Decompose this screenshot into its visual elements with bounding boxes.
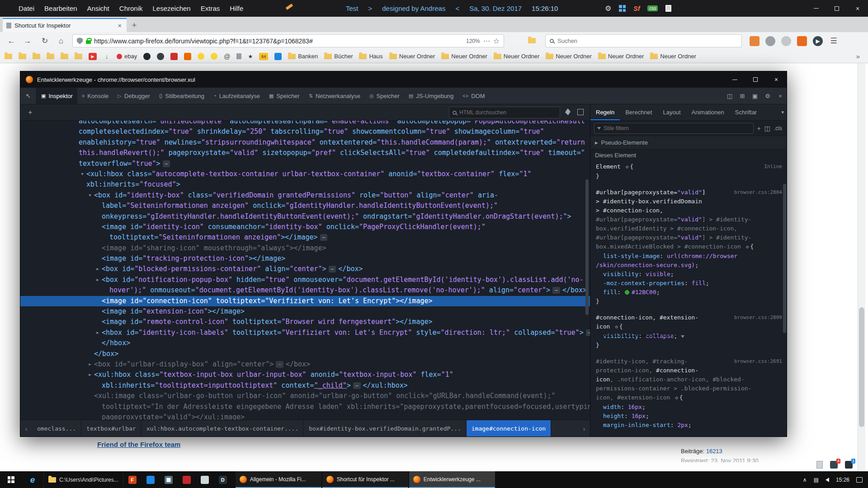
breadcrumb-item[interactable]: omeclass...	[32, 420, 81, 437]
tool-tab-dom[interactable]: <>DOM	[458, 88, 489, 104]
sidebar-tab-layout[interactable]: Layout	[657, 104, 686, 120]
markup-line[interactable]: </box>	[20, 349, 590, 359]
ellipsis-badge[interactable]: ⋯	[586, 329, 590, 336]
markup-line[interactable]: xbl:inherits="focused">	[20, 179, 590, 190]
markup-line[interactable]: <image id="connection-icon" tooltiptext=…	[20, 296, 590, 306]
youtube-icon[interactable]: ▶	[89, 53, 97, 60]
bookmark-folder[interactable]: Neuer Ordner	[494, 53, 539, 60]
markup-line[interactable]: <image id="tracking-protection-icon"></i…	[20, 253, 590, 264]
start-button[interactable]	[0, 471, 22, 488]
new-tab-button[interactable]: +	[127, 19, 142, 32]
clock-icon[interactable]	[781, 36, 791, 46]
page-scrollbar[interactable]	[858, 63, 865, 471]
star-bookmark-icon[interactable]: ★	[248, 53, 253, 60]
color-swatch[interactable]	[625, 290, 629, 295]
markup-scrollbar-thumb[interactable]	[585, 179, 589, 315]
page-doc-icon[interactable]	[816, 461, 823, 469]
ellipsis-badge[interactable]: ⋯	[276, 361, 283, 368]
dock-side-icon[interactable]: ◫	[723, 93, 736, 99]
responsive-mode-icon[interactable]: ▣	[749, 93, 761, 99]
close-button[interactable]: ×	[847, 0, 868, 17]
markup-line[interactable]: ▼<xul:hbox class="autocomplete-textbox-c…	[20, 169, 590, 179]
bookmark-folder[interactable]: Haus	[359, 53, 382, 60]
smiley-icon[interactable]	[198, 53, 204, 60]
rules-filter-input[interactable]	[604, 125, 750, 131]
sf-logo-icon[interactable]: Sf	[633, 5, 640, 12]
twisty-icon[interactable]: ▶	[94, 264, 101, 274]
devtools-settings-icon[interactable]: ⚙	[761, 93, 774, 99]
taskbar-app-gray[interactable]	[196, 471, 214, 488]
rule-line[interactable]: icon, #extension-icon ⚙{	[596, 393, 782, 403]
bookmarks-overflow-chevron[interactable]: »	[856, 52, 863, 60]
taskbar-app-calc[interactable]: ▦	[160, 471, 178, 488]
connection-secure-lock-icon[interactable]	[86, 40, 91, 44]
menu-item-chronik[interactable]: Chronik	[114, 5, 148, 12]
ellipsis-badge[interactable]: ⋯	[320, 234, 328, 241]
markup-line[interactable]: xbl:inherits="tooltiptext=inputtooltipte…	[20, 380, 590, 391]
addon-icon-1[interactable]: 4	[830, 461, 838, 469]
markup-line[interactable]: <image id="identity-icon" consumeanchor=…	[20, 222, 590, 232]
notification-center-icon[interactable]	[856, 477, 863, 483]
speaker-icon[interactable]	[826, 478, 829, 482]
breadcrumb-item[interactable]: xul:hbox.autocomplete-textbox-container.…	[142, 420, 304, 437]
rule-gear-icon[interactable]: ⚙	[615, 324, 618, 330]
rule-line[interactable]: Element ⚙{Inline	[596, 162, 782, 172]
dark-circle-icon[interactable]	[157, 53, 164, 60]
rule-line[interactable]: icon, .notification-anchor-icon, #blocke…	[596, 375, 782, 384]
markup-line[interactable]: <image id="sharing-icon" mousethrough="a…	[20, 243, 590, 253]
markup-line[interactable]: enablehistory="true" newlines="stripsurr…	[20, 137, 590, 148]
menu-item-lesezeichen[interactable]: Lesezeichen	[147, 5, 195, 12]
rule-line[interactable]: permissions-container > .blocked-permiss…	[596, 384, 782, 393]
url-text[interactable]: https://www.camp-firefox.de/forum/viewto…	[94, 38, 463, 45]
taskbar-app-blue[interactable]	[142, 471, 160, 488]
rule-line[interactable]: icon ⚙{	[596, 322, 782, 332]
markup-line[interactable]: ▶<box id="notification-popup-box" hidden…	[20, 275, 590, 285]
rule-line[interactable]: height: 16px;	[596, 412, 782, 421]
bookmark-folder[interactable]: Neuer Ordner	[650, 53, 696, 60]
forum-link[interactable]: Friend of the Firefox team	[97, 441, 180, 448]
markup-line[interactable]: </hbox>	[20, 338, 590, 348]
bookmark-folder-icon[interactable]	[33, 54, 40, 59]
rule-line[interactable]: #urlbar[pageproxystate="valid"]browser.c…	[596, 188, 782, 197]
add-rule-icon[interactable]: +	[757, 125, 761, 132]
tray-icon[interactable]: ▤	[814, 477, 819, 483]
ellipsis-badge[interactable]: ⋯	[329, 266, 336, 272]
tool-tab-js-umgebung[interactable]: ▤JS-Umgebung	[404, 88, 458, 104]
tool-tab-konsole[interactable]: ≡Konsole	[77, 88, 113, 104]
tab-close-icon[interactable]: ×	[117, 22, 123, 29]
menu-item-hilfe[interactable]: Hilfe	[225, 5, 248, 12]
bookmark-folder[interactable]: Neuer Ordner	[441, 53, 487, 60]
markup-line[interactable]: completeselectedindex="true" shrinkdelay…	[20, 127, 590, 137]
explorer-path-button[interactable]: C:\Users\Andi\Pictures...	[43, 471, 123, 488]
tool-tab-speicher[interactable]: ▦Speicher	[264, 88, 304, 104]
markup-line[interactable]: label="Seiteninformationen anzeigen" onc…	[20, 201, 590, 211]
download-arrow-icon[interactable]: ↓	[103, 53, 110, 60]
ellipsis-badge[interactable]: ⋯	[552, 287, 560, 294]
rule-line[interactable]: margin-inline-start: 2px;	[596, 421, 782, 430]
bookmark-folder-icon[interactable]	[75, 54, 82, 59]
ellipsis-badge[interactable]: ⋯	[163, 160, 170, 167]
github-icon[interactable]	[143, 53, 151, 60]
twisty-icon[interactable]: ▼	[87, 190, 93, 201]
menu-item-ansicht[interactable]: Ansicht	[82, 5, 114, 12]
toggle-classes-button[interactable]: .cls	[774, 125, 783, 131]
orange-app-icon[interactable]	[184, 53, 191, 60]
forward-button[interactable]: →	[20, 32, 35, 50]
rule-line[interactable]: -moz-context-properties: fill;	[596, 279, 782, 288]
addon-icon-2[interactable]: 1	[845, 461, 853, 469]
rings-icon[interactable]	[765, 36, 775, 46]
edge-icon[interactable]: e	[22, 471, 43, 488]
twisty-icon[interactable]: ▼	[79, 169, 85, 179]
zoom-level[interactable]: 120%	[466, 38, 480, 44]
tracking-protection-shield-icon[interactable]	[77, 38, 83, 44]
sidebar-tab-animationen[interactable]: Animationen	[686, 104, 730, 120]
markup-line[interactable]: ▶<box id="urlbar-display-box" align="cen…	[20, 359, 590, 370]
stylesheet-origin-link[interactable]: Inline	[760, 162, 782, 172]
markup-line[interactable]: tooltiptext="In der Adressleiste eingege…	[20, 402, 590, 412]
bookmark-star-icon[interactable]: ☆	[493, 37, 500, 45]
sidebar-tab-schriftar[interactable]: Schriftar	[730, 104, 762, 120]
b64-icon[interactable]: 64	[259, 53, 268, 60]
library-folder-icon[interactable]	[528, 38, 536, 43]
proxy-icon[interactable]	[797, 36, 807, 46]
markup-line[interactable]: ▶<xul:hbox class="textbox-input-box urlb…	[20, 370, 590, 380]
